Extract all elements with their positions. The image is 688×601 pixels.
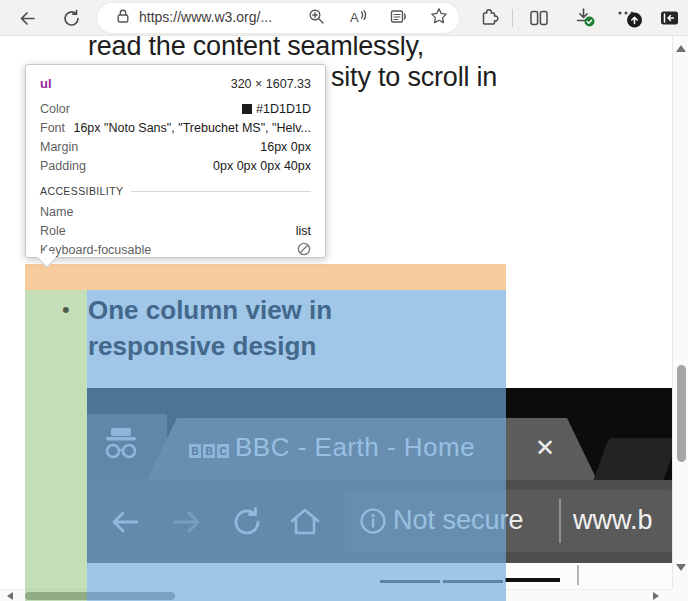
tooltip-row-value: 16px 0px xyxy=(260,138,311,157)
tooltip-row-label: Font xyxy=(40,119,65,138)
more-ellipsis-icon xyxy=(615,5,645,31)
bbc-close-tab-icon: ✕ xyxy=(535,434,555,462)
tooltip-row-label: Name xyxy=(40,203,73,222)
split-screen-button[interactable] xyxy=(526,5,552,31)
toolbar-divider xyxy=(512,9,513,27)
immersive-reader-icon xyxy=(390,8,408,25)
not-focusable-icon xyxy=(297,242,311,256)
split-screen-icon xyxy=(529,9,549,27)
tooltip-row-value: #1D1D1D xyxy=(242,100,311,119)
scroll-left-arrow[interactable] xyxy=(7,592,13,600)
bbc-url-fragment: www.b xyxy=(573,505,653,536)
refresh-button[interactable] xyxy=(58,5,84,31)
scroll-right-arrow[interactable] xyxy=(653,592,659,600)
bbc-content-line xyxy=(505,578,560,582)
url-text[interactable]: https://www.w3.org/... xyxy=(139,9,272,25)
lock-icon xyxy=(115,8,131,24)
browser-window: https://www.w3.org/... A read the xyxy=(0,0,688,601)
settings-more-button[interactable] xyxy=(614,5,646,31)
tooltip-row-value: 0px 0px 0px 40px xyxy=(213,157,311,176)
section-divider-line xyxy=(131,191,311,192)
scroll-up-arrow[interactable] xyxy=(676,45,686,52)
browser-toolbar: https://www.w3.org/... A xyxy=(0,0,688,36)
bbc-background-tab xyxy=(593,438,672,480)
tooltip-row-label: Color xyxy=(40,100,70,119)
downloads-button[interactable] xyxy=(572,5,598,31)
svg-text:A: A xyxy=(350,10,359,25)
devtools-element-tooltip: ul 320 × 1607.33 Color #1D1D1D Font 16px… xyxy=(25,64,326,258)
color-swatch xyxy=(242,104,252,114)
tooltip-row-value: list xyxy=(296,222,311,241)
sidebar-panel-icon xyxy=(659,9,680,27)
bbc-url-divider xyxy=(559,499,561,543)
back-arrow-icon xyxy=(18,9,37,28)
tooltip-row-value: 16px "Noto Sans", "Trebuchet MS", "Helv.… xyxy=(73,119,311,138)
list-item-heading: One column view in responsive design xyxy=(88,292,473,364)
extensions-button[interactable] xyxy=(476,5,502,31)
devtools-margin-overlay xyxy=(25,264,506,290)
read-aloud-button[interactable]: A xyxy=(347,5,369,27)
tooltip-row-label: Margin xyxy=(40,138,78,157)
tooltip-row-label: Role xyxy=(40,222,66,241)
bbc-content-divider xyxy=(577,565,579,585)
scrollbar-corner xyxy=(672,589,688,601)
tooltip-row-label: Padding xyxy=(40,157,86,176)
vertical-scrollbar-thumb[interactable] xyxy=(677,365,686,462)
accessibility-section-label: ACCESSIBILITY xyxy=(40,185,123,197)
immersive-reader-button[interactable] xyxy=(388,5,410,27)
refresh-icon xyxy=(62,9,81,28)
devtools-padding-overlay xyxy=(25,290,87,601)
download-icon xyxy=(573,6,597,30)
site-security-lock-button[interactable] xyxy=(112,5,134,27)
element-tag: ul xyxy=(40,75,52,93)
list-bullet: • xyxy=(62,297,70,323)
star-icon xyxy=(430,7,448,25)
extensions-puzzle-icon xyxy=(479,8,499,28)
zoom-level-button[interactable] xyxy=(305,5,327,27)
back-button[interactable] xyxy=(14,5,40,31)
read-aloud-icon: A xyxy=(349,8,368,25)
element-dimensions: 320 × 1607.33 xyxy=(231,75,311,93)
favorites-button[interactable] xyxy=(428,5,450,27)
paragraph-line-2-fragment: sity to scroll in xyxy=(331,62,497,93)
magnifier-plus-icon xyxy=(308,8,325,25)
vertical-scrollbar[interactable] xyxy=(672,36,688,589)
sidebar-toggle-button[interactable] xyxy=(656,5,682,31)
scroll-down-arrow[interactable] xyxy=(676,564,686,571)
tooltip-row-value xyxy=(297,241,311,260)
